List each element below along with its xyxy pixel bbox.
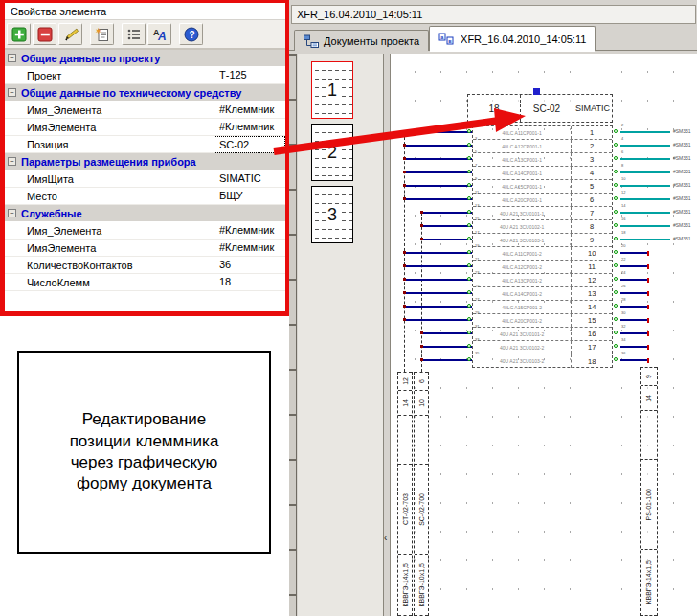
terminal-left [467, 344, 471, 348]
wire-number-left: 7 [475, 164, 477, 168]
wire-number-right: 20 [621, 244, 625, 248]
terminal-left [467, 183, 471, 187]
junction-dot [403, 171, 406, 173]
property-group-header: −Общие данные по техническому средству [5, 84, 285, 102]
edit-button[interactable] [58, 23, 82, 45]
cable-name: CT-02-703 [398, 464, 412, 555]
svg-text:✶: ✶ [95, 27, 101, 35]
wire-line [405, 131, 472, 133]
property-row[interactable]: ИмяЩитаSIMATIC [5, 171, 285, 188]
properties-panel: Свойства элемента ✶ AA ? −Общие данные п… [0, 0, 289, 316]
property-row[interactable]: ПозицияSC-02 [5, 136, 285, 153]
property-name: Место [5, 191, 214, 202]
minus-icon [37, 27, 53, 42]
wire-number-right: 22 [621, 258, 625, 262]
property-row[interactable]: МестоБЩУ [5, 188, 285, 205]
terminal-left [467, 263, 471, 267]
property-value[interactable]: Т-125 [214, 67, 285, 84]
cable-name: SC-02-700 [415, 464, 428, 555]
property-row[interactable]: ИмяЭлемента#Клеммник [5, 119, 285, 136]
wire-number-left: 31 [475, 325, 479, 329]
cable-column-2: 610SC-02-700КВВГЭ-10х1,5 [414, 372, 429, 616]
add-button[interactable] [7, 23, 31, 45]
property-row[interactable]: ИмяЭлемента#Клеммник [5, 240, 285, 257]
property-value[interactable]: SC-02 [214, 136, 285, 153]
property-row[interactable]: Имя_Элемента#Клеммник [5, 222, 285, 240]
wire-number-left: 5 [475, 150, 477, 154]
page-thumbnail-2[interactable]: 2 [311, 124, 353, 181]
wire-number-right: 14 [621, 204, 625, 208]
wire-line [422, 332, 472, 334]
terminal-left [467, 317, 471, 321]
property-value[interactable]: SIMATIC [214, 171, 285, 188]
page-number: 1 [326, 82, 339, 98]
wire-number-left: 1 [475, 124, 477, 127]
wire-line [405, 145, 472, 147]
wire-number-right: 2 [621, 124, 623, 127]
wire-end-tick [647, 331, 649, 336]
cable-wire-line [620, 279, 648, 281]
tab-project-documents[interactable]: Документы проекта [294, 30, 429, 51]
property-value[interactable]: 36 [214, 257, 285, 274]
property-name: ЧислоКлемм [5, 277, 214, 288]
property-group-header: −Параметры размещения прибора [5, 153, 285, 171]
tab-label: XFR_16.04.2010_14:05:11 [461, 34, 586, 45]
tab-xfr-document[interactable]: aв XFR_16.04.2010_14:05:11 [429, 26, 596, 51]
page-thumbnail-1[interactable]: 1 [311, 61, 353, 119]
wire-number-right: 10 [621, 177, 625, 181]
help-button[interactable]: ? [179, 23, 203, 45]
module-label: #SM331 [673, 143, 691, 148]
property-value[interactable]: #Клеммник [214, 102, 285, 119]
property-value[interactable]: БЩУ [214, 188, 285, 205]
collapse-button[interactable]: − [8, 54, 16, 62]
property-value[interactable]: #Клеммник [214, 119, 285, 136]
wire-line [405, 279, 472, 281]
wire-line [422, 346, 472, 348]
cable-column-1: 1214CT-02-703КВВГЭ-14х1,5 [397, 372, 413, 616]
wire-line [422, 359, 472, 361]
collapse-button[interactable]: − [8, 157, 16, 166]
wire-number-right: 6 [621, 150, 623, 154]
junction-dot [420, 211, 423, 214]
wire-line [405, 158, 472, 160]
junction-dot [420, 345, 423, 348]
list-view-button[interactable] [122, 23, 146, 45]
property-value[interactable]: #Клеммник [214, 222, 285, 240]
wire-line [405, 185, 472, 187]
terminal-left [467, 237, 471, 240]
property-row[interactable]: Имя_Элемента#Клеммник [5, 102, 285, 119]
wire-number-left: 11 [475, 191, 479, 194]
cable-type: КВВГЭ-10х1,5 [415, 555, 428, 616]
collapse-button[interactable]: − [8, 88, 16, 97]
property-value[interactable]: #Клеммник [214, 240, 285, 257]
terminal-left [467, 223, 471, 227]
cable-count-bottom: 14 [641, 386, 657, 411]
remove-button[interactable] [33, 23, 56, 45]
wire-line [422, 239, 472, 240]
property-value[interactable]: 18 [214, 274, 285, 291]
terminal-right [614, 237, 618, 240]
group-label: Общие данные по проекту [21, 53, 160, 64]
property-row[interactable]: ПроектТ-125 [5, 67, 285, 84]
property-row[interactable]: ЧислоКлемм18 [5, 274, 285, 291]
module-label: #SM331 [673, 156, 691, 161]
drawing-canvas[interactable]: 18SC-02SIMATIC 40LC A11CP001-1140LC A12C… [391, 54, 697, 616]
font-icon: AA [152, 27, 168, 42]
junction-dot [403, 264, 406, 267]
module-wire-line [620, 239, 670, 240]
list-icon [126, 27, 142, 42]
terminal-left [467, 357, 471, 361]
tab-label: Документы проекта [324, 35, 419, 47]
document-type-icon: aв [438, 33, 456, 45]
wire-number-right: 34 [621, 338, 625, 342]
property-name: Имя_Элемента [5, 104, 214, 116]
page-thumbnail-3[interactable]: 3 [311, 186, 353, 243]
collapse-arrow-icon[interactable]: ‹ [384, 533, 387, 543]
new-document-button[interactable]: ✶ [90, 23, 114, 45]
wire-line [422, 212, 472, 214]
property-row[interactable]: КоличествоКонтактов36 [5, 257, 285, 274]
sidebar-splitter[interactable]: ‹ [383, 54, 391, 616]
collapse-button[interactable]: − [8, 209, 16, 217]
font-button[interactable]: AA [147, 23, 171, 45]
page-number: 2 [326, 145, 339, 160]
